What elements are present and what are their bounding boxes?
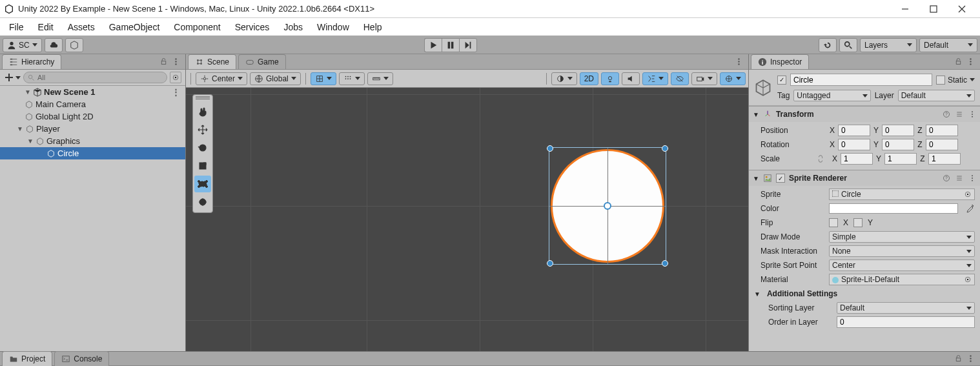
- flip-y-checkbox[interactable]: [853, 218, 863, 227]
- camera-dropdown[interactable]: [691, 72, 717, 85]
- snap-increment-button[interactable]: [339, 72, 365, 85]
- tab-console[interactable]: Console: [54, 351, 109, 366]
- fold-icon[interactable]: ▼: [754, 290, 761, 298]
- close-button[interactable]: [948, 0, 976, 17]
- scale-tool[interactable]: [194, 158, 211, 174]
- kebab-icon[interactable]: [966, 354, 975, 363]
- lighting-toggle[interactable]: [601, 72, 619, 85]
- active-checkbox[interactable]: [777, 76, 786, 85]
- visibility-toggle[interactable]: [671, 72, 689, 85]
- fx-toggle[interactable]: [642, 72, 668, 85]
- selected-sprite[interactable]: [551, 149, 664, 263]
- kebab-icon[interactable]: [735, 57, 743, 66]
- drag-handle-icon[interactable]: [196, 96, 210, 100]
- sorting-layer-dropdown[interactable]: Default: [837, 302, 975, 314]
- fold-icon[interactable]: ▼: [753, 175, 759, 182]
- scale-x[interactable]: [841, 153, 873, 165]
- lock-icon[interactable]: [159, 57, 168, 66]
- menu-help[interactable]: Help: [357, 20, 389, 34]
- kebab-icon[interactable]: [172, 57, 180, 66]
- layer-dropdown[interactable]: Default: [898, 90, 975, 101]
- rotation-y[interactable]: [882, 139, 914, 150]
- fold-icon[interactable]: ▼: [753, 111, 759, 118]
- static-checkbox[interactable]: [936, 76, 945, 85]
- resize-handle-br[interactable]: [662, 260, 668, 267]
- hand-tool[interactable]: [194, 103, 211, 120]
- tag-dropdown[interactable]: Untagged: [793, 90, 870, 101]
- material-field[interactable]: Sprite-Lit-Default: [829, 274, 975, 285]
- hierarchy-item-circle[interactable]: Circle: [0, 147, 185, 159]
- mask-dropdown[interactable]: None: [829, 245, 975, 257]
- space-dropdown[interactable]: Global: [250, 72, 301, 85]
- rect-tool[interactable]: [194, 176, 211, 192]
- kebab-icon[interactable]: [968, 110, 976, 118]
- snap-settings-button[interactable]: [367, 72, 393, 85]
- menu-window[interactable]: Window: [311, 20, 356, 34]
- tab-game[interactable]: Game: [238, 54, 286, 69]
- hierarchy-item-graphics[interactable]: Graphics: [0, 135, 185, 147]
- pause-button[interactable]: [442, 38, 459, 52]
- position-z[interactable]: [926, 125, 958, 136]
- audio-toggle[interactable]: [622, 72, 640, 85]
- sort-point-dropdown[interactable]: Center: [829, 259, 975, 271]
- preset-icon[interactable]: [955, 174, 963, 182]
- pivot-handle[interactable]: [604, 202, 611, 210]
- tab-inspector[interactable]: i Inspector: [751, 54, 809, 69]
- scene-viewport[interactable]: [186, 88, 748, 351]
- scene-row[interactable]: New Scene 1 ⋮: [0, 86, 185, 98]
- tab-hierarchy[interactable]: Hierarchy: [2, 54, 61, 69]
- rotation-x[interactable]: [838, 139, 870, 150]
- flip-x-checkbox[interactable]: [829, 218, 838, 227]
- 2d-toggle[interactable]: 2D: [580, 72, 598, 85]
- shading-dropdown[interactable]: [551, 72, 577, 85]
- object-name-field[interactable]: [790, 74, 932, 86]
- cloud-button[interactable]: [45, 38, 63, 52]
- component-enabled-checkbox[interactable]: [776, 174, 785, 183]
- hierarchy-search[interactable]: All: [23, 72, 167, 83]
- hierarchy-item-main-camera[interactable]: Main Camera: [0, 98, 185, 110]
- account-dropdown[interactable]: SC: [3, 38, 42, 52]
- undo-history-button[interactable]: [819, 38, 837, 52]
- lock-icon[interactable]: [954, 57, 963, 66]
- step-button[interactable]: [459, 38, 477, 52]
- tab-scene[interactable]: Scene: [188, 54, 236, 69]
- kebab-icon[interactable]: [966, 57, 975, 66]
- menu-edit[interactable]: Edit: [32, 20, 60, 34]
- fold-icon[interactable]: [25, 88, 31, 96]
- layout-dropdown[interactable]: Default: [919, 38, 977, 52]
- help-icon[interactable]: ?: [943, 174, 950, 182]
- hierarchy-item-global-light[interactable]: Global Light 2D: [0, 110, 185, 123]
- position-x[interactable]: [838, 125, 870, 136]
- menu-services[interactable]: Services: [229, 20, 276, 34]
- resize-handle-bl[interactable]: [547, 260, 553, 267]
- resize-handle-tr[interactable]: [662, 145, 668, 152]
- static-dropdown[interactable]: [970, 78, 975, 81]
- lock-icon[interactable]: [954, 354, 963, 363]
- object-picker-icon[interactable]: [964, 190, 972, 198]
- package-button[interactable]: [65, 38, 83, 52]
- position-y[interactable]: [882, 125, 914, 136]
- sprite-object-field[interactable]: Circle: [829, 188, 975, 200]
- tab-project[interactable]: Project: [2, 351, 52, 366]
- layers-dropdown[interactable]: Layers: [860, 38, 917, 52]
- move-tool[interactable]: [194, 121, 211, 138]
- menu-file[interactable]: File: [3, 20, 30, 34]
- play-button[interactable]: [424, 38, 442, 52]
- gizmos-dropdown[interactable]: [720, 72, 746, 85]
- hierarchy-filter[interactable]: [170, 72, 181, 83]
- grid-snap-button[interactable]: [311, 72, 336, 85]
- transform-tool[interactable]: [194, 194, 211, 210]
- draw-mode-dropdown[interactable]: Simple: [829, 231, 975, 243]
- menu-gameobject[interactable]: GameObject: [103, 20, 167, 34]
- color-field[interactable]: [829, 203, 958, 214]
- menu-jobs[interactable]: Jobs: [277, 20, 309, 34]
- menu-assets[interactable]: Assets: [61, 20, 101, 34]
- maximize-button[interactable]: [919, 0, 948, 17]
- constrain-icon[interactable]: [816, 154, 825, 163]
- rotation-z[interactable]: [926, 139, 958, 150]
- order-in-layer-field[interactable]: [837, 316, 975, 328]
- rotate-tool[interactable]: [194, 139, 211, 156]
- object-picker-icon[interactable]: [964, 276, 972, 283]
- kebab-icon[interactable]: [968, 174, 976, 182]
- hierarchy-item-player[interactable]: Player: [0, 123, 185, 135]
